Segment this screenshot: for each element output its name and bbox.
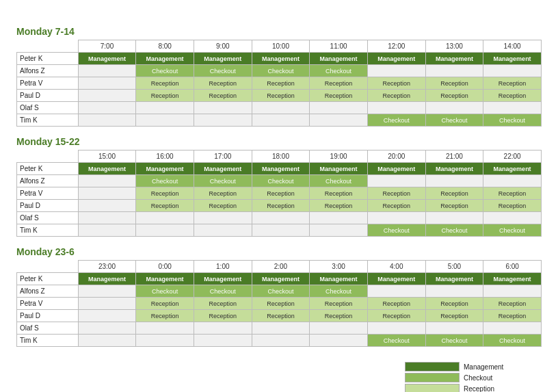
- cell-1-3: Checkout: [252, 285, 310, 298]
- time-header-1: 0:00: [136, 261, 194, 273]
- tables-wrapper: Monday 7-147:008:009:0010:0011:0012:0013…: [16, 26, 542, 347]
- cell-2-2: Reception: [194, 298, 252, 310]
- cell-3-7: Reception: [483, 200, 542, 212]
- cell-0-1: Management: [136, 53, 194, 65]
- cell-3-4: Reception: [310, 200, 368, 212]
- cell-4-7: [483, 102, 542, 114]
- cell-3-4: Reception: [310, 90, 368, 102]
- cell-0-4: Management: [310, 53, 368, 65]
- cell-3-2: Reception: [194, 90, 252, 102]
- cell-5-2: [194, 335, 252, 347]
- cell-3-6: Reception: [425, 90, 483, 102]
- name-col-header: [17, 40, 79, 53]
- employee-name: Alfons Z: [17, 175, 79, 187]
- cell-3-5: Reception: [367, 90, 425, 102]
- cell-0-4: Management: [310, 273, 368, 285]
- employee-name: Paul D: [17, 200, 79, 212]
- cell-4-4: [310, 102, 368, 114]
- cell-0-6: Management: [425, 53, 483, 65]
- legend-label-reception: Reception: [464, 385, 494, 393]
- cell-5-4: [310, 224, 368, 237]
- cell-0-0: Management: [78, 163, 136, 175]
- cell-2-1: Reception: [136, 187, 194, 200]
- cell-2-6: Reception: [425, 298, 483, 310]
- cell-1-7: [483, 285, 542, 298]
- cell-1-5: [367, 175, 425, 187]
- cell-3-2: Reception: [194, 310, 252, 322]
- cell-0-1: Management: [136, 273, 194, 285]
- time-header-7: 22:00: [483, 151, 542, 163]
- employee-name: Olaf S: [17, 212, 79, 224]
- cell-2-4: Reception: [310, 187, 368, 200]
- cell-4-0: [78, 322, 136, 335]
- table-row: Peter KManagementManagementManagementMan…: [17, 53, 542, 65]
- table-row: Alfons ZCheckoutCheckoutCheckoutCheckout: [17, 285, 542, 298]
- cell-3-0: [78, 200, 136, 212]
- cell-1-2: Checkout: [194, 285, 252, 298]
- cell-4-0: [78, 212, 136, 224]
- legend-item-reception: Reception: [405, 384, 542, 392]
- section-title-0: Monday 7-14: [16, 26, 542, 37]
- cell-4-2: [194, 212, 252, 224]
- time-header-4: 19:00: [310, 151, 368, 163]
- legend-label-management: Management: [464, 363, 503, 371]
- schedule-table-2: 23:000:001:002:003:004:005:006:00Peter K…: [16, 260, 542, 347]
- employee-name: Tim K: [17, 224, 79, 237]
- cell-2-1: Reception: [136, 77, 194, 90]
- time-header-3: 18:00: [252, 151, 310, 163]
- cell-1-6: [425, 175, 483, 187]
- table-row: Paul DReceptionReceptionReceptionRecepti…: [17, 310, 542, 322]
- cell-2-3: Reception: [252, 77, 310, 90]
- cell-1-6: [425, 285, 483, 298]
- table-row: Tim KCheckoutCheckoutCheckout: [17, 224, 542, 237]
- table-row: Tim KCheckoutCheckoutCheckout: [17, 335, 542, 347]
- cell-0-5: Management: [367, 163, 425, 175]
- cell-4-5: [367, 102, 425, 114]
- time-header-0: 15:00: [78, 151, 136, 163]
- cell-3-5: Reception: [367, 310, 425, 322]
- cell-3-4: Reception: [310, 310, 368, 322]
- table-row: Petra VReceptionReceptionReceptionRecept…: [17, 187, 542, 200]
- cell-1-3: Checkout: [252, 175, 310, 187]
- cell-1-0: [78, 65, 136, 77]
- cell-0-0: Management: [78, 53, 136, 65]
- cell-0-7: Management: [483, 53, 542, 65]
- cell-0-6: Management: [425, 273, 483, 285]
- employee-name: Alfons Z: [17, 65, 79, 77]
- cell-2-1: Reception: [136, 298, 194, 310]
- cell-2-7: Reception: [483, 77, 542, 90]
- time-header-6: 5:00: [425, 261, 483, 273]
- schedule-table-1: 15:0016:0017:0018:0019:0020:0021:0022:00…: [16, 150, 542, 237]
- cell-1-1: Checkout: [136, 175, 194, 187]
- name-col-header: [17, 261, 79, 273]
- cell-4-4: [310, 212, 368, 224]
- table-row: Olaf S: [17, 102, 542, 114]
- employee-name: Alfons Z: [17, 285, 79, 298]
- legend-label-checkout: Checkout: [464, 374, 492, 382]
- cell-2-5: Reception: [367, 298, 425, 310]
- legend: ManagementCheckoutReceptionIllness: [405, 362, 542, 392]
- table-row: Paul DReceptionReceptionReceptionRecepti…: [17, 90, 542, 102]
- employee-name: Petra V: [17, 187, 79, 200]
- cell-4-2: [194, 322, 252, 335]
- time-header-5: 4:00: [367, 261, 425, 273]
- cell-1-0: [78, 285, 136, 298]
- cell-0-2: Management: [194, 273, 252, 285]
- employee-name: Paul D: [17, 310, 79, 322]
- cell-0-2: Management: [194, 53, 252, 65]
- cell-5-4: [310, 335, 368, 347]
- time-header-6: 21:00: [425, 151, 483, 163]
- table-row: Paul DReceptionReceptionReceptionRecepti…: [17, 200, 542, 212]
- cell-4-0: [78, 102, 136, 114]
- cell-1-3: Checkout: [252, 65, 310, 77]
- time-header-2: 17:00: [194, 151, 252, 163]
- cell-1-2: Checkout: [194, 65, 252, 77]
- cell-4-6: [425, 212, 483, 224]
- time-header-3: 10:00: [252, 40, 310, 53]
- cell-5-7: Checkout: [483, 114, 542, 127]
- cell-1-2: Checkout: [194, 175, 252, 187]
- cell-1-7: [483, 65, 542, 77]
- table-row: Petra VReceptionReceptionReceptionRecept…: [17, 298, 542, 310]
- time-header-4: 3:00: [310, 261, 368, 273]
- cell-5-0: [78, 335, 136, 347]
